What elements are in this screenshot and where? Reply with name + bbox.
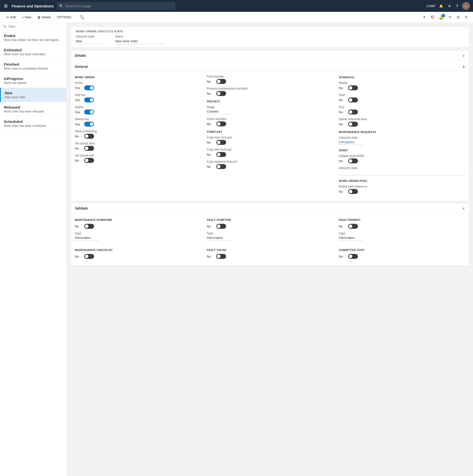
fault-remedy-label: FAULT REMEDY: [339, 218, 465, 221]
maintenance-checklist-toggle[interactable]: [84, 254, 94, 259]
command-bar: ✏ Edit + New 🗑 Delete OPTIONS 🔍 ✦ O 🔔 0 …: [0, 12, 473, 23]
set-actual-start-toggle[interactable]: [84, 146, 94, 151]
project-label: PROJECT: [207, 100, 333, 103]
general-header[interactable]: General ∧: [75, 65, 465, 71]
sidebar-item-new[interactable]: New New work order: [0, 88, 66, 102]
copy-hour-forecast-toggle[interactable]: [216, 140, 226, 145]
global-search[interactable]: 🔍: [57, 2, 175, 10]
lifecycle-state-field: Lifecycle state New: [76, 35, 105, 44]
sidebar-item-desc-released: Work order has been released: [4, 110, 62, 113]
process-maintenance-checklist-toggle[interactable]: [216, 91, 226, 96]
end-toggle[interactable]: [348, 110, 358, 114]
bell-icon[interactable]: 🔔: [438, 3, 444, 9]
restore-icon[interactable]: ⧉: [455, 14, 461, 20]
fault-symptom-toggle[interactable]: [216, 224, 226, 229]
fault-remedy-toggle[interactable]: [348, 224, 358, 229]
maintenance-downtime-toggle[interactable]: [84, 224, 94, 229]
delete-field: Delete Yes: [75, 105, 201, 114]
magic-icon[interactable]: ✦: [421, 14, 427, 20]
allow-scheduling-toggle[interactable]: [84, 134, 94, 139]
general-grid: WORK ORDER Active Yes Add line: [75, 75, 465, 197]
sidebar-item-estimated[interactable]: Estimated Work order has been estimated: [0, 45, 66, 59]
committed-cost-col: COMMITTED COST No: [339, 248, 465, 261]
filter-input[interactable]: [7, 24, 64, 29]
sidebar-item-scheduled[interactable]: Scheduled Work order has been scheduled: [0, 116, 66, 131]
fault-symptom-type-value[interactable]: Information: [207, 236, 232, 241]
add-line-toggle-thumb: [90, 98, 93, 102]
validate-section-body: MAINTENANCE DOWNTIME No Type Information: [71, 213, 469, 265]
edit-button[interactable]: ✏ Edit: [4, 14, 18, 21]
maintenance-downtime-type-value[interactable]: Information: [75, 236, 99, 241]
delete-button[interactable]: 🗑 Delete: [35, 14, 54, 21]
sidebar-item-title-finished: Finished: [4, 62, 62, 66]
search-cmd-icon[interactable]: 🔍: [78, 14, 86, 20]
start-name: Start: [339, 93, 465, 97]
copy-item-forecast-toggle[interactable]: [216, 152, 226, 157]
copy-hour-forecast-toggle-row: No: [207, 140, 333, 145]
stage-value[interactable]: Created: [207, 110, 232, 114]
fault-cause-toggle[interactable]: [216, 254, 226, 259]
close-icon[interactable]: ✕: [463, 14, 469, 20]
delete-line-toggle[interactable]: [84, 122, 94, 127]
copy-item-forecast-toggle-row: No: [207, 152, 333, 157]
new-button[interactable]: + New: [19, 14, 34, 21]
fault-symptom-type-field: Type Information: [207, 232, 333, 241]
lifecycle-section-label: WORK ORDER LIFECYCLE STATE: [76, 30, 464, 33]
gear-icon[interactable]: ⚙: [447, 3, 452, 9]
update-asset-bom-toggle[interactable]: [348, 158, 358, 163]
maintenance-requests-lifecycle-field: Lifecycle state InProgress: [339, 136, 465, 145]
search-input[interactable]: [65, 4, 173, 8]
committed-cost-toggle-row: No: [339, 254, 465, 259]
copy-expense-forecast-toggle-label: No: [207, 165, 214, 169]
delete-line-toggle-label: Yes: [75, 122, 82, 126]
delete-toggle-label: Yes: [75, 110, 82, 114]
asset-lifecycle-value[interactable]: [339, 171, 465, 175]
set-actual-end-toggle[interactable]: [84, 158, 94, 163]
delete-toggle[interactable]: [84, 110, 94, 114]
lifecycle-name-value[interactable]: New work order: [115, 39, 165, 44]
add-line-field: Add line Yes: [75, 93, 201, 102]
add-line-toggle[interactable]: [84, 97, 94, 102]
delete-pool-reference-toggle[interactable]: [348, 189, 358, 194]
maintenance-requests-lifecycle-value[interactable]: InProgress: [339, 140, 363, 145]
delete-schedule-lines-toggle[interactable]: [348, 122, 358, 127]
allow-scheduling-toggle-thumb: [85, 134, 88, 138]
fault-remedy-type-value[interactable]: Information: [339, 236, 363, 241]
close-activities-toggle[interactable]: [216, 121, 226, 126]
post-journals-toggle-row: No: [207, 79, 333, 84]
tenant-label: USMF: [426, 4, 435, 8]
ready-toggle[interactable]: [348, 85, 358, 90]
sidebar-item-released[interactable]: Released Work order has been released: [0, 102, 66, 116]
sidebar-item-finished[interactable]: Finished Work order is completely finish…: [0, 59, 66, 74]
sidebar-item-desc-inprogress: Work has started: [4, 81, 62, 85]
delete-schedule-lines-field: Delete schedule lines No: [339, 117, 465, 127]
committed-cost-toggle[interactable]: [348, 254, 358, 259]
apps-grid-icon[interactable]: ⊞: [3, 2, 9, 10]
options-button[interactable]: OPTIONS: [54, 14, 74, 20]
office-icon[interactable]: O: [429, 14, 435, 20]
committed-cost-toggle-label: No: [339, 255, 346, 258]
details-section: Details ∨ General ∧ WORK ORDER Active: [71, 50, 469, 201]
post-journals-toggle[interactable]: [216, 79, 226, 84]
start-toggle[interactable]: [348, 97, 358, 102]
validate-section-header[interactable]: Validate ∧: [71, 203, 469, 213]
details-section-header[interactable]: Details ∨: [71, 51, 469, 61]
copy-hour-forecast-name: Copy hour forecast: [207, 136, 333, 139]
delete-line-field: Delete line Yes: [75, 117, 201, 127]
sidebar-item-ended[interactable]: Ended Work has ended, but there are stil…: [0, 31, 66, 45]
add-line-name: Add line: [75, 93, 201, 97]
refresh-icon[interactable]: ↻: [447, 14, 453, 20]
set-actual-start-toggle-thumb: [85, 147, 88, 150]
notification-wrapper: 🔔 0: [437, 14, 445, 20]
copy-expense-forecast-toggle[interactable]: [216, 164, 226, 169]
active-toggle[interactable]: [84, 85, 94, 90]
sidebar-item-inprogress[interactable]: InProgress Work has started: [0, 74, 66, 88]
process-maintenance-checklist-toggle-label: No: [207, 92, 214, 95]
copy-item-forecast-toggle-thumb: [217, 153, 220, 156]
lifecycle-state-value[interactable]: New: [76, 39, 105, 44]
allow-scheduling-name: Allow scheduling: [75, 130, 201, 133]
help-icon[interactable]: ?: [455, 3, 459, 9]
sidebar-item-desc-ended: Work has ended, but there are still regi…: [4, 38, 62, 42]
avatar[interactable]: U: [462, 2, 470, 10]
middle-column: Post journals No Process maintenance che…: [207, 75, 333, 197]
